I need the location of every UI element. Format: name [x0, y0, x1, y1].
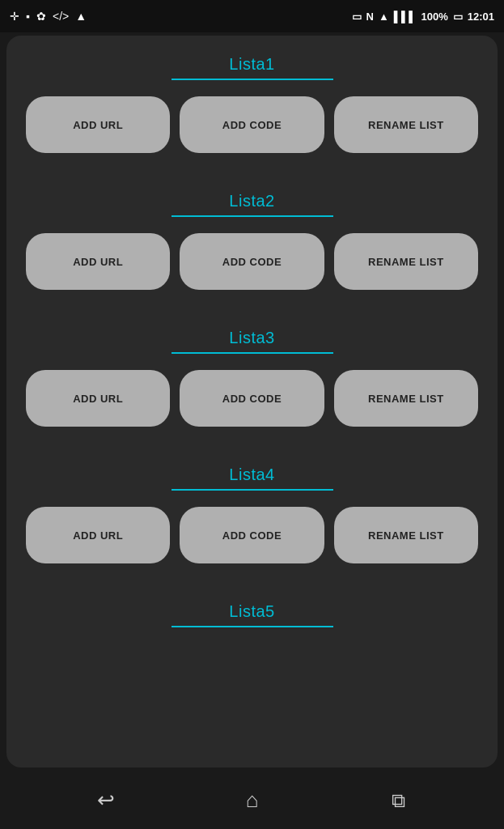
code-icon: </>: [53, 10, 69, 23]
list-divider-2: [172, 215, 333, 217]
home-icon: [246, 788, 259, 813]
drive-icon: ▲: [75, 10, 87, 23]
add-code-button-2[interactable]: ADD CODE: [180, 233, 324, 290]
list-section-5: Lista5: [6, 583, 498, 650]
back-icon: [97, 788, 115, 813]
list-section-1: Lista1 ADD URL ADD CODE RENAME LIST: [6, 36, 498, 172]
rename-list-button-1[interactable]: RENAME LIST: [334, 96, 478, 153]
app-container: Lista1 ADD URL ADD CODE RENAME LIST List…: [6, 36, 498, 767]
recents-icon: [392, 788, 405, 813]
add-icon: ✛: [10, 10, 19, 23]
signal-bars-icon: ▌▌▌: [394, 11, 417, 23]
rename-list-button-4[interactable]: RENAME LIST: [334, 507, 478, 563]
list-title-4: Lista4: [26, 466, 478, 484]
rename-list-button-2[interactable]: RENAME LIST: [334, 233, 478, 290]
add-code-button-1[interactable]: ADD CODE: [180, 96, 324, 153]
add-url-button-4[interactable]: ADD URL: [26, 507, 170, 563]
status-bar: ✛ ▪ ✿ </> ▲ ▭ N ▲ ▌▌▌ 100% ▭ 12:01: [0, 0, 504, 32]
list-divider-5: [172, 626, 333, 627]
home-button[interactable]: [232, 780, 273, 820]
list-title-1: Lista1: [26, 55, 478, 74]
add-code-button-4[interactable]: ADD CODE: [180, 507, 324, 563]
settings-icon: ✿: [36, 10, 46, 23]
add-url-button-2[interactable]: ADD URL: [26, 233, 170, 290]
button-row-1: ADD URL ADD CODE RENAME LIST: [26, 96, 478, 153]
rename-list-button-3[interactable]: RENAME LIST: [334, 370, 478, 427]
status-left-icons: ✛ ▪ ✿ </> ▲: [10, 10, 87, 23]
bottom-nav: [0, 771, 504, 829]
recents-button[interactable]: [379, 780, 419, 820]
monitor-icon: ▭: [352, 11, 362, 23]
battery-percent: 100%: [421, 11, 448, 23]
button-row-4: ADD URL ADD CODE RENAME LIST: [26, 507, 478, 563]
nfc-icon: N: [366, 11, 374, 23]
add-url-button-1[interactable]: ADD URL: [26, 96, 170, 153]
status-right-info: ▭ N ▲ ▌▌▌ 100% ▭ 12:01: [352, 11, 494, 23]
list-divider-1: [172, 79, 333, 80]
list-title-3: Lista3: [26, 329, 478, 347]
button-row-2: ADD URL ADD CODE RENAME LIST: [26, 233, 478, 290]
list-title-2: Lista2: [26, 192, 478, 210]
list-section-3: Lista3 ADD URL ADD CODE RENAME LIST: [6, 309, 498, 446]
battery-icon: ▭: [453, 11, 463, 23]
back-button[interactable]: [86, 780, 126, 820]
list-section-2: Lista2 ADD URL ADD CODE RENAME LIST: [6, 172, 498, 309]
add-code-button-3[interactable]: ADD CODE: [180, 370, 324, 427]
add-url-button-3[interactable]: ADD URL: [26, 370, 170, 427]
button-row-3: ADD URL ADD CODE RENAME LIST: [26, 370, 478, 427]
wifi-icon: ▲: [379, 11, 389, 23]
clock: 12:01: [468, 11, 494, 23]
list-section-4: Lista4 ADD URL ADD CODE RENAME LIST: [6, 446, 498, 583]
list-divider-4: [172, 489, 333, 491]
camera-icon: ▪: [26, 10, 30, 23]
list-divider-3: [172, 352, 333, 354]
list-title-5: Lista5: [26, 602, 478, 621]
